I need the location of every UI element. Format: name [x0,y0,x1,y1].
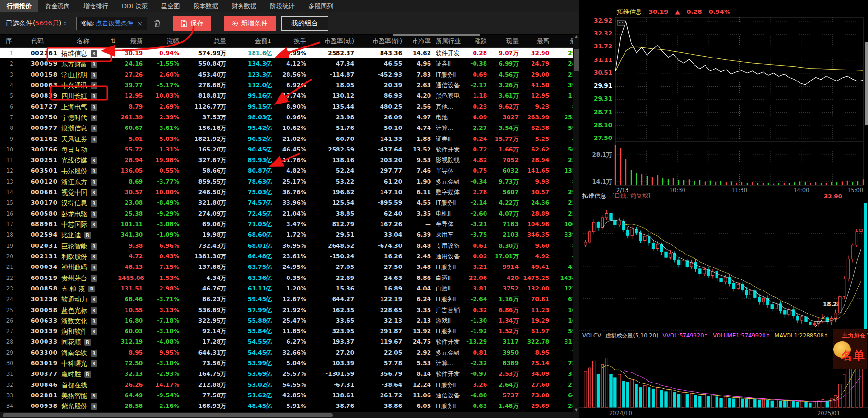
column-header[interactable]: 涨跌 [463,35,490,48]
table-row[interactable]: 19002031巨轮智能R9.386.96%732.43万68.01亿36.95… [0,241,579,251]
column-header[interactable]: 市盈率(静) [357,35,405,48]
scroll-down-icon[interactable]: ▼ [573,408,579,412]
tab-position-rank[interactable]: 增仓排行 [77,0,115,12]
table-row[interactable]: 32300846首都在线26.2614.17%212.88万53.02亿54.5… [0,380,579,390]
cell: 10.00% [146,187,182,197]
cell: 59.45亿 [229,294,275,304]
table-row[interactable]: 20002131利欧股份R4.720.43%1381.30万66.48亿23.6… [0,251,579,262]
column-header[interactable]: 现量 [490,35,521,48]
kline-chart[interactable] [579,192,868,418]
column-header[interactable]: 市盈率(动) [309,35,357,48]
cell: 电机Ⅱ [434,209,463,219]
table-row[interactable]: 14000681视觉中国R30.5710.00%248.50万75.03亿36.… [0,187,579,197]
cell: 2.48 [405,251,434,262]
cell: 6.86万 [490,305,521,315]
cell: 21.92% [275,305,309,315]
table-row[interactable]: 7300750宁德时代R261.392.39%37.53万98.03亿0.96%… [0,112,579,123]
column-header[interactable]: 代码 [17,35,58,48]
tab-multi-stock[interactable]: 多股同列 [301,0,340,12]
tab-quotes[interactable]: 行情报价 [0,0,38,12]
table-row[interactable]: 2300059东方财富R24.16-1.55%550.84万134.3亿4.12… [0,58,579,69]
table-row[interactable]: 10300766每日互动55.721.31%165.20万90.45亿46.45… [0,144,579,155]
table-row[interactable]: 23000858五 粮 液R131.512.98%46.76万61.11亿1.2… [0,283,579,294]
stock-name: 中芯国际R [58,219,108,230]
volume-indicator-value: VVOL:5749920↑ [662,332,708,339]
table-vertical-scrollbar[interactable]: ▲ ▼ [573,35,579,412]
column-header[interactable]: 所属行业 [434,35,463,48]
tab-dde[interactable]: DDE决策 [115,0,154,12]
vertical-scroll-thumb[interactable] [574,49,579,71]
table-row[interactable]: 5600839四川长虹R12.9510.03%818.81万99.16亿17.7… [0,91,579,101]
scroll-up-icon[interactable]: ▲ [573,35,579,39]
cell: 453.40万 [182,70,229,80]
stock-code: 002881 [17,390,58,401]
cell: 11.85% [275,326,309,337]
column-header[interactable]: 换手 [275,35,309,48]
table-row[interactable]: 24301236软通动力R68.46-3.71%86.23万59.45亿12.6… [0,294,579,304]
tab-share-data[interactable]: 股本数据 [186,0,225,12]
save-button[interactable]: 保存 [173,16,211,31]
tab-finance-data[interactable]: 财务数据 [225,0,263,12]
cell: 24.95% [275,262,309,272]
row-seq: 19 [0,241,17,251]
margin-badge: R [91,275,97,282]
column-header[interactable]: 市净率 [405,35,434,48]
cell: IT服务Ⅱ [434,401,463,411]
table-row[interactable]: 4000063中兴通讯R39.77-5.17%278.68万112.0亿6.92… [0,80,579,91]
condition-chip[interactable]: 涨幅: 点击设置条件 × [76,17,147,30]
minute-chart-scrollbar[interactable] [865,42,868,125]
column-header[interactable]: 最新 [118,35,146,48]
table-row[interactable]: 22600519贵州茅台R1465.061.53%4.34万63.36亿0.35… [0,273,579,283]
column-header[interactable]: 总量 [182,35,229,48]
tab-money-flow[interactable]: 资金流向 [38,0,77,12]
table-row[interactable]: 34000938紫光股份R28.58-2.16%168.93万48.45亿5.9… [0,401,579,411]
table-row[interactable]: 27300339润和软件R60.03-3.10%92.14万55.84亿11.8… [0,326,579,337]
table-row[interactable]: 6601727上海电气R8.792.69%1126.77万99.15亿8.90%… [0,102,579,112]
header-scrollbar-thumb[interactable] [393,34,480,36]
cell: 3.54万 [490,123,521,133]
table-row[interactable]: 17688981中芯国际R101.11-3.08%69.06万71.05亿3.4… [0,219,579,230]
column-header[interactable]: ⇅ [108,35,118,48]
tab-period-stats[interactable]: 阶段统计 [263,0,301,12]
table-row[interactable]: 9601162天风证券R5.015.03%1821.92万90.52亿21.02… [0,134,579,144]
table-row[interactable]: 13600120浙江东方R8.69-3.77%859.55万78.63亿25.1… [0,176,579,187]
column-header[interactable]: 最高 [521,35,552,48]
table-row[interactable]: 31300377赢时胜R32.13-2.93%164.75万53.69亿25.5… [0,369,579,379]
row-seq: 23 [0,283,17,294]
table-row[interactable]: 8000977浪潮信息R60.67-3.61%156.18万95.42亿10.6… [0,123,579,133]
minute-y-label: 31.11 [579,57,612,63]
kline-date-label: 2025/01 [817,410,840,417]
chip-close-icon[interactable]: × [137,20,143,27]
table-row[interactable]: 26600633浙数文化R16.80-7.18%322.95万55.88亿25.… [0,315,579,326]
cell: 574.99万 [182,48,229,58]
table-row[interactable]: 12603501韦尔股份R136.050.55%58.66万80.87亿4.82… [0,165,579,176]
table-row[interactable]: 29603300海南华铁R8.959.95%644.31万54.45亿32.66… [0,348,579,358]
table-row[interactable]: 28300033同花顺R312.19-4.08%17.28万54.55亿6.27… [0,337,579,347]
table-row[interactable]: 1002261拓维信息R30.190.94%574.99万181.6亿50.99… [0,48,579,58]
column-header[interactable]: 名称 [58,35,108,48]
cell: 168.93万 [182,401,229,411]
minute-chart[interactable] [579,0,868,192]
add-condition-button[interactable]: 新增条件 [224,16,276,31]
my-portfolio-button[interactable]: 我的组合 [281,16,328,31]
table-row[interactable]: 11300251光线传媒R28.9419.98%327.67万89.93亿11.… [0,155,579,165]
table-row[interactable]: 16600580卧龙电驱R25.38-9.29%274.09万72.45亿21.… [0,209,579,219]
chip-action-link[interactable]: 点击设置条件 [96,19,133,28]
tab-star-map[interactable]: 星空图 [154,0,186,12]
table-row[interactable]: 15300170汉得信息R23.08-8.49%321.80万74.57亿33.… [0,197,579,208]
table-row[interactable]: 30603019中科曙光R72.50-3.10%73.56万53.99亿5.04… [0,358,579,369]
table-row[interactable]: 18002594比亚迪R341.30-1.09%19.98万68.60亿1.72… [0,230,579,240]
horizontal-scroll-thumb[interactable] [3,413,333,417]
table-row[interactable]: 33002881美格智能R64.49-9.54%77.58万51.62亿42.8… [0,390,579,401]
trash-icon[interactable] [154,20,161,27]
table-row[interactable]: 21000034神州数码R48.137.15%137.88万63.75亿24.9… [0,262,579,272]
promo-badge[interactable]: 主力加仓 名单 [833,329,867,369]
table-horizontal-scrollbar[interactable] [0,412,579,418]
column-header[interactable]: 金额↓ [229,35,275,48]
table-row[interactable]: 3000158常山北明R27.262.60%453.40万123.3亿28.56… [0,70,579,80]
kline-date-label: 2024/10 [609,410,632,417]
column-header[interactable]: 序 [0,35,17,48]
table-row[interactable]: 25300058蓝色光标R10.553.13%536.89万57.99亿21.9… [0,305,579,315]
margin-badge: R [91,307,97,314]
column-header[interactable]: 涨幅 [146,35,182,48]
